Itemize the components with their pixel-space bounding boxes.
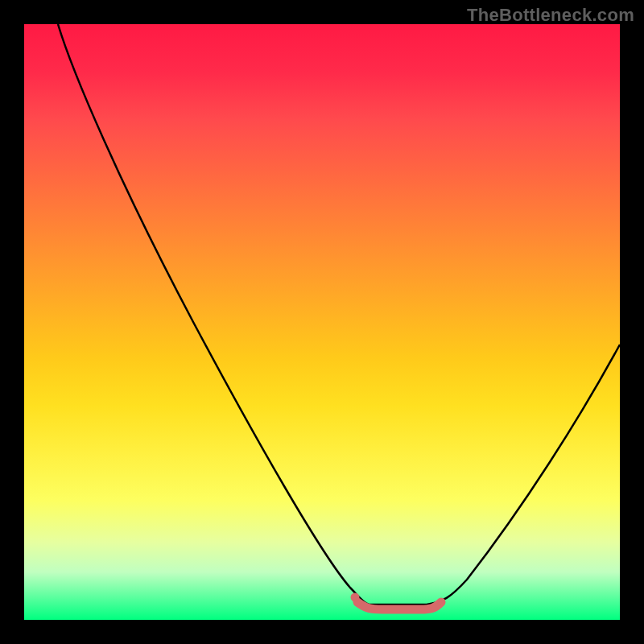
watermark-text: TheBottleneck.com xyxy=(467,5,634,26)
bottleneck-curve xyxy=(58,24,620,605)
chart-svg xyxy=(24,24,620,620)
plot-area xyxy=(24,24,620,620)
chart-container: TheBottleneck.com xyxy=(0,0,644,644)
optimal-point-dot xyxy=(351,593,360,602)
